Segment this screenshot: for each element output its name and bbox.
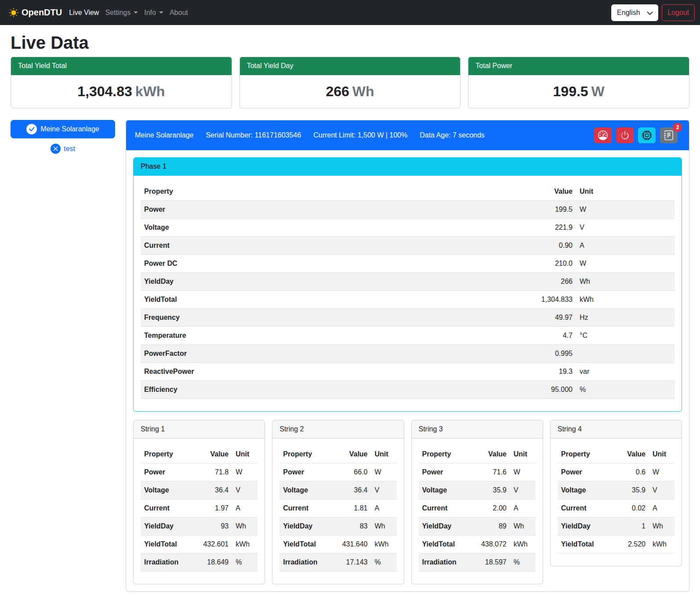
phase-card-body: Property Value Unit Power 199.5 W Voltag…: [134, 176, 682, 411]
row-property: YieldTotal: [141, 291, 401, 309]
string-card-body: Property Value Unit Power 71.8 W Voltage…: [134, 438, 265, 584]
row-property: Voltage: [419, 481, 470, 499]
row-unit: kWh: [649, 535, 675, 554]
device-info-button[interactable]: [638, 127, 656, 143]
row-unit: A: [649, 499, 675, 517]
row-value: 438.072: [470, 535, 510, 554]
speedometer-icon: [598, 130, 608, 140]
table-row-power-dc: Power DC 210.0 W: [141, 255, 675, 273]
sun-icon: [9, 8, 18, 18]
table-row-power: Power 71.8 W: [141, 463, 258, 481]
row-value: 0.995: [401, 345, 576, 363]
inverter-selector-sidebar: Meine Solaranlage test: [11, 120, 115, 154]
brand-link[interactable]: OpenDTU: [9, 7, 62, 18]
table-row-yieldtotal: YieldTotal 1,304.833 kWh: [141, 291, 675, 309]
row-unit: V: [576, 219, 675, 237]
table-row-current: Current 2.00 A: [419, 499, 536, 517]
table-row-frequency: Frequency 49.97 Hz: [141, 309, 675, 327]
row-unit: W: [232, 463, 258, 481]
table-row-current: Current 0.02 A: [558, 499, 675, 517]
col-property: Property: [141, 445, 192, 463]
row-property: Power DC: [141, 255, 401, 273]
table-row-power: Power 66.0 W: [279, 463, 396, 481]
logout-button[interactable]: Logout: [662, 4, 695, 21]
row-unit: W: [510, 463, 536, 481]
inverter-selected-button[interactable]: Meine Solaranlage: [11, 120, 115, 138]
table-row-voltage: Voltage 36.4 V: [279, 481, 396, 499]
row-property: ReactivePower: [141, 363, 401, 381]
row-unit: var: [576, 363, 675, 381]
inverter-nav-items: test: [11, 144, 115, 154]
inverter-nav-item-test[interactable]: test: [11, 144, 115, 154]
content-row: Meine Solaranlage test Meine Solaranlage…: [11, 120, 689, 592]
data-table: Property Value Unit Power 71.6 W Voltage…: [419, 445, 536, 572]
row-property: YieldDay: [141, 517, 192, 535]
col-property: Property: [279, 445, 331, 463]
summary-value-unit: Wh: [352, 83, 374, 99]
table-row-power: Power 199.5 W: [141, 201, 675, 219]
string-card-body: Property Value Unit Power 71.6 W Voltage…: [412, 438, 543, 584]
col-value: Value: [401, 183, 576, 201]
limit-settings-button[interactable]: [594, 127, 612, 143]
row-value: 221.9: [401, 219, 576, 237]
string-card-title: String 2: [272, 420, 403, 438]
table-row-yieldtotal: YieldTotal 432.601 kWh: [141, 535, 258, 554]
row-value: 0.02: [613, 499, 649, 517]
event-log-button[interactable]: 2: [660, 127, 678, 143]
summary-card-title: Total Yield Total: [11, 57, 232, 75]
inverter-name: Meine Solaranlage: [135, 130, 193, 141]
table-row-power: Power 0.6 W: [558, 463, 675, 481]
string-card-4: String 4 Property Value Unit Power 0.6 W…: [550, 420, 682, 566]
language-select[interactable]: English: [611, 4, 658, 21]
row-unit: V: [232, 481, 258, 499]
row-property: Current: [558, 499, 613, 517]
nav-link-label: Live View: [69, 9, 99, 17]
data-table: Property Value Unit Power 0.6 W Voltage …: [558, 445, 675, 554]
row-property: YieldDay: [141, 273, 401, 291]
string-card-3: String 3 Property Value Unit Power 71.6 …: [411, 420, 543, 584]
nav-link-settings[interactable]: Settings: [102, 5, 141, 20]
power-icon: [620, 130, 630, 140]
row-property: YieldTotal: [141, 535, 192, 554]
nav-link-info[interactable]: Info: [141, 5, 167, 20]
table-row-irradiation: Irradiation 17.143 %: [279, 554, 396, 572]
row-unit: Wh: [232, 517, 258, 535]
cpu-icon: [642, 130, 652, 140]
inverter-card: Meine Solaranlage Serial Number: 1161716…: [126, 120, 689, 592]
col-unit: Unit: [510, 445, 536, 463]
row-property: Irradiation: [141, 554, 192, 572]
power-toggle-button[interactable]: [616, 127, 634, 143]
row-unit: kWh: [371, 535, 397, 554]
summary-value-number: 1,304.83: [77, 83, 132, 99]
row-unit: Wh: [510, 517, 536, 535]
strings-row: String 1 Property Value Unit Power 71.8 …: [133, 420, 682, 584]
row-value: 83: [331, 517, 371, 535]
row-value: 2.00: [470, 499, 510, 517]
nav-link-about[interactable]: About: [167, 5, 191, 20]
table-row-powerfactor: PowerFactor 0.995: [141, 345, 675, 363]
check-circle-icon: [26, 124, 37, 134]
string-card-2: String 2 Property Value Unit Power 66.0 …: [272, 420, 404, 584]
summary-card-value: 199.5W: [468, 75, 689, 108]
row-unit: A: [510, 499, 536, 517]
table-row-voltage: Voltage 221.9 V: [141, 219, 675, 237]
row-property: Irradiation: [279, 554, 331, 572]
row-property: Power: [141, 463, 192, 481]
col-value: Value: [613, 445, 649, 463]
row-value: 2.520: [613, 535, 649, 554]
col-property: Property: [558, 445, 613, 463]
inverter-card-header: Meine Solaranlage Serial Number: 1161716…: [126, 120, 689, 150]
summary-card-total-power: Total Power 199.5W: [468, 57, 689, 109]
table-row-voltage: Voltage 35.9 V: [419, 481, 536, 499]
row-value: 71.8: [192, 463, 232, 481]
row-value: 49.97: [401, 309, 576, 327]
table-row-yieldday: YieldDay 89 Wh: [419, 517, 536, 535]
nav-link-live-view[interactable]: Live View: [66, 5, 102, 20]
nav-link-label: About: [170, 9, 188, 17]
page-title: Live Data: [11, 32, 689, 53]
row-property: Current: [141, 237, 401, 255]
row-property: YieldDay: [558, 517, 613, 535]
row-value: 4.7: [401, 327, 576, 345]
summary-card-title: Total Yield Day: [240, 57, 461, 75]
row-property: Power: [141, 201, 401, 219]
